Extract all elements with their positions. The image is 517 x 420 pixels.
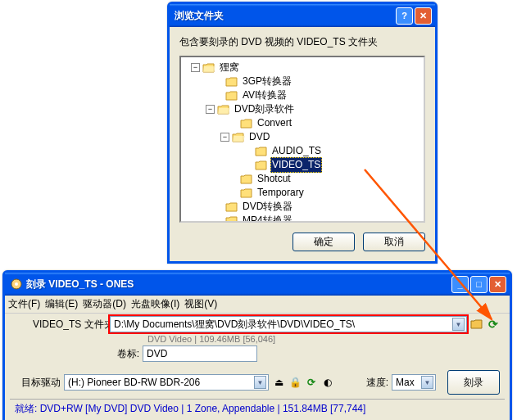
volume-label: 卷标: xyxy=(15,347,139,361)
collapse-icon[interactable]: − xyxy=(206,105,215,114)
burn-button[interactable]: 刻录 xyxy=(447,370,500,395)
close-button[interactable]: ✕ xyxy=(415,7,432,25)
collapse-icon[interactable]: − xyxy=(220,133,229,142)
folder-tree[interactable]: − 狸窝 3GP转换器 AVI转换器 −DVD刻录软件 Convert −DVD… xyxy=(179,56,425,223)
menu-bar[interactable]: 文件(F) 编辑(E) 驱动器(D) 光盘映像(I) 视图(V) xyxy=(5,296,510,314)
volume-input[interactable]: DVD xyxy=(143,345,257,362)
tree-item-audio[interactable]: AUDIO_TS xyxy=(270,144,323,158)
path-combo[interactable]: D:\My Documents\狸窝\DVD刻录软件\DVD\VIDEO_TS\… xyxy=(110,316,467,332)
menu-file[interactable]: 文件(F) xyxy=(8,297,40,311)
refresh-icon[interactable]: ⟳ xyxy=(305,376,318,389)
speed-combo[interactable]: Max ▼ xyxy=(392,374,436,391)
eject-icon[interactable]: ⏏ xyxy=(272,376,285,389)
drive-value: (H:) Pioneer BD-RW BDR-206 xyxy=(68,377,254,388)
ok-button[interactable]: 确定 xyxy=(293,233,355,251)
dropdown-icon[interactable]: ▼ xyxy=(421,376,433,389)
browse-folder-dialog: 浏览文件夹 ? ✕ 包含要刻录的 DVD 视频的 VIDEO_TS 文件夹 − … xyxy=(167,2,438,264)
refresh-icon[interactable]: ⟳ xyxy=(487,318,500,331)
folder-open-icon xyxy=(202,62,215,74)
folder-icon xyxy=(255,146,268,157)
collapse-icon[interactable]: − xyxy=(191,63,200,72)
tree-item[interactable]: DVD刻录软件 xyxy=(233,102,296,116)
tree-item[interactable]: DVD转换器 xyxy=(241,200,294,214)
dropdown-icon[interactable]: ▼ xyxy=(452,318,465,331)
target-label: 目标驱动 xyxy=(15,376,61,390)
folder-label: VIDEO_TS 文件夹: xyxy=(33,318,107,332)
browse-titlebar[interactable]: 浏览文件夹 ? ✕ xyxy=(170,4,435,27)
tree-item[interactable]: 3GP转换器 xyxy=(241,75,293,88)
cancel-button[interactable]: 取消 xyxy=(363,233,425,251)
folder-icon xyxy=(225,215,238,224)
drive-combo[interactable]: (H:) Pioneer BD-RW BDR-206 ▼ xyxy=(64,374,269,391)
browse-title: 浏览文件夹 xyxy=(175,9,394,23)
speed-label: 速度: xyxy=(366,376,388,390)
tree-item[interactable]: MP4转换器 xyxy=(241,214,294,223)
instruction-text: 包含要刻录的 DVD 视频的 VIDEO_TS 文件夹 xyxy=(179,35,425,49)
path-value: D:\My Documents\狸窝\DVD刻录软件\DVD\VIDEO_TS\ xyxy=(114,318,452,332)
burn-window: 刻录 VIDEO_TS - ONES _ □ ✕ 文件(F) 编辑(E) 驱动器… xyxy=(2,270,512,420)
folder-open-icon xyxy=(217,104,230,115)
burn-titlebar[interactable]: 刻录 VIDEO_TS - ONES _ □ ✕ xyxy=(5,273,510,296)
folder-icon xyxy=(240,118,253,129)
tree-root[interactable]: 狸窝 xyxy=(218,61,241,75)
folder-icon xyxy=(225,76,238,88)
minimize-button[interactable]: _ xyxy=(451,276,469,293)
help-button[interactable]: ? xyxy=(396,7,413,25)
browse-folder-icon[interactable] xyxy=(470,318,483,331)
folder-icon xyxy=(240,187,253,199)
tree-item[interactable]: Shotcut xyxy=(256,172,293,186)
status-line: 就绪: DVD+RW [My DVD] DVD Video | 1 Zone, … xyxy=(10,399,505,418)
erase-icon[interactable]: ◐ xyxy=(321,376,334,389)
folder-icon xyxy=(225,90,238,102)
tree-item[interactable]: Convert xyxy=(256,116,293,130)
tree-item[interactable]: AVI转换器 xyxy=(241,88,288,102)
menu-image[interactable]: 光盘映像(I) xyxy=(131,297,179,311)
folder-icon xyxy=(225,201,238,213)
burn-title: 刻录 VIDEO_TS - ONES xyxy=(26,278,450,291)
tree-item-selected[interactable]: VIDEO_TS xyxy=(270,157,322,173)
folder-icon xyxy=(255,160,268,171)
close-button[interactable]: ✕ xyxy=(489,276,506,293)
dropdown-icon[interactable]: ▼ xyxy=(254,376,266,389)
menu-view[interactable]: 视图(V) xyxy=(184,297,217,311)
speed-value: Max xyxy=(396,377,421,388)
svg-point-1 xyxy=(15,282,18,286)
app-icon xyxy=(10,278,23,291)
menu-drive[interactable]: 驱动器(D) xyxy=(83,297,126,311)
menu-edit[interactable]: 编辑(E) xyxy=(45,297,78,311)
lock-icon[interactable]: 🔒 xyxy=(288,376,302,389)
tree-item[interactable]: DVD xyxy=(247,130,271,144)
dvd-info: DVD Video | 109.46MB [56,046] xyxy=(10,333,505,345)
folder-icon xyxy=(240,174,253,185)
maximize-button[interactable]: □ xyxy=(470,276,488,293)
tree-item[interactable]: Temporary xyxy=(256,186,306,200)
folder-open-icon xyxy=(232,132,245,143)
